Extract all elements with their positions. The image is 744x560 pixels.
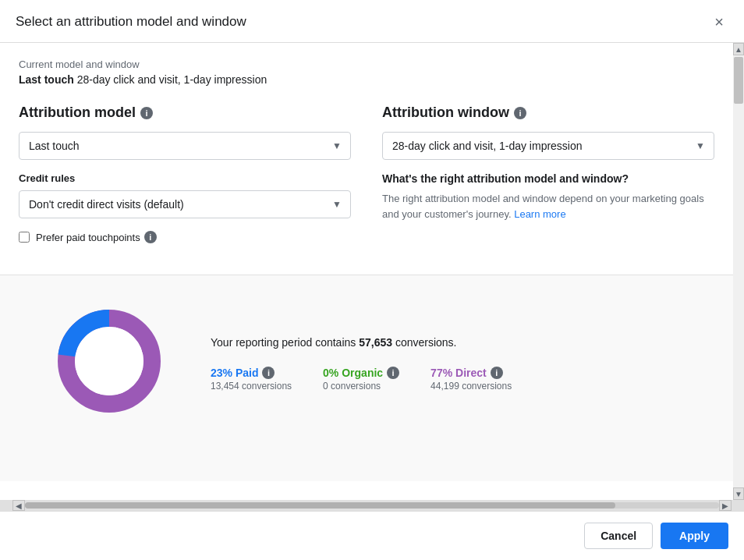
metric-direct: 77% Direct i 44,199 conversions	[430, 367, 512, 392]
attribution-window-info-icon[interactable]: i	[514, 107, 526, 119]
horizontal-scrollbar: ◀ ▶	[0, 500, 744, 511]
metric-direct-percent: 77% Direct	[430, 367, 487, 379]
two-col-layout: Attribution model i Last touch First tou…	[19, 105, 714, 243]
chart-info: Your reporting period contains 57,653 co…	[211, 335, 714, 392]
metrics-row: 23% Paid i 13,454 conversions 0% Organic…	[211, 367, 714, 392]
current-model-bold: Last touch	[19, 73, 74, 86]
credit-rules-dropdown-wrapper: Don't credit direct visits (default) Cre…	[19, 190, 351, 218]
donut-chart	[47, 299, 172, 427]
metric-organic-header: 0% Organic i	[323, 367, 399, 379]
scroll-right-button[interactable]: ▶	[719, 500, 732, 511]
attribution-model-dropdown-wrapper: Last touch First touch Linear Time decay…	[19, 132, 351, 160]
dialog: Select an attribution model and window ×…	[0, 0, 744, 560]
attribution-window-title: Attribution window i	[382, 105, 714, 121]
credit-rules-dropdown[interactable]: Don't credit direct visits (default) Cre…	[19, 190, 351, 218]
conversions-text: Your reporting period contains 57,653 co…	[211, 335, 714, 351]
cancel-button[interactable]: Cancel	[584, 523, 653, 549]
metric-direct-info-icon[interactable]: i	[491, 367, 503, 379]
dialog-footer: Cancel Apply	[0, 511, 744, 560]
metric-direct-header: 77% Direct i	[430, 367, 512, 379]
metric-paid-info-icon[interactable]: i	[262, 367, 275, 379]
svg-point-2	[75, 327, 143, 395]
current-model-rest: 28-day click and visit, 1-day impression	[74, 73, 267, 86]
current-model-section: Current model and window Last touch 28-d…	[19, 58, 714, 86]
dialog-body: Current model and window Last touch 28-d…	[0, 43, 744, 500]
prefer-paid-checkbox[interactable]	[19, 232, 30, 243]
dialog-title: Select an attribution model and window	[16, 14, 246, 30]
attribution-window-dropdown-wrapper: 28-day click and visit, 1-day impression…	[382, 132, 714, 160]
scroll-down-button[interactable]: ▼	[733, 487, 744, 500]
metric-direct-conversions: 44,199 conversions	[430, 381, 512, 392]
h-scroll-thumb	[25, 502, 615, 509]
current-model-value: Last touch 28-day click and visit, 1-day…	[19, 73, 714, 86]
metric-paid-percent: 23% Paid	[211, 367, 258, 379]
current-model-label: Current model and window	[19, 58, 714, 70]
prefer-paid-info-icon[interactable]: i	[144, 231, 157, 243]
metric-organic-info-icon[interactable]: i	[387, 367, 399, 379]
metric-organic-conversions: 0 conversions	[323, 381, 399, 392]
metric-paid-header: 23% Paid i	[211, 367, 292, 379]
left-column: Attribution model i Last touch First tou…	[19, 105, 351, 243]
scroll-up-button[interactable]: ▲	[733, 43, 744, 55]
right-column: Attribution window i 28-day click and vi…	[382, 105, 714, 243]
scroll-left-button[interactable]: ◀	[12, 500, 25, 511]
attribution-model-title: Attribution model i	[19, 105, 351, 121]
apply-button[interactable]: Apply	[661, 523, 728, 549]
attribution-window-dropdown[interactable]: 28-day click and visit, 1-day impression…	[382, 132, 714, 160]
prefer-paid-row: Prefer paid touchpoints i	[19, 231, 351, 243]
learn-more-link[interactable]: Learn more	[514, 208, 565, 220]
credit-rules-label: Credit rules	[19, 172, 351, 184]
h-scroll-track	[25, 502, 719, 509]
attribution-model-dropdown[interactable]: Last touch First touch Linear Time decay…	[19, 132, 351, 160]
right-subtitle: What's the right attribution model and w…	[382, 172, 714, 185]
attribution-model-info-icon[interactable]: i	[140, 107, 153, 119]
metric-organic-percent: 0% Organic	[323, 367, 383, 379]
prefer-paid-label[interactable]: Prefer paid touchpoints i	[36, 231, 157, 243]
close-button[interactable]: ×	[710, 12, 728, 31]
vertical-scrollbar: ▲ ▼	[733, 43, 744, 500]
metric-organic: 0% Organic i 0 conversions	[323, 367, 399, 392]
dialog-header: Select an attribution model and window ×	[0, 0, 744, 43]
chart-section: Your reporting period contains 57,653 co…	[0, 275, 733, 450]
metric-paid-conversions: 13,454 conversions	[211, 381, 292, 392]
metric-paid: 23% Paid i 13,454 conversions	[211, 367, 292, 392]
right-text: The right attribution model and window d…	[382, 191, 714, 222]
